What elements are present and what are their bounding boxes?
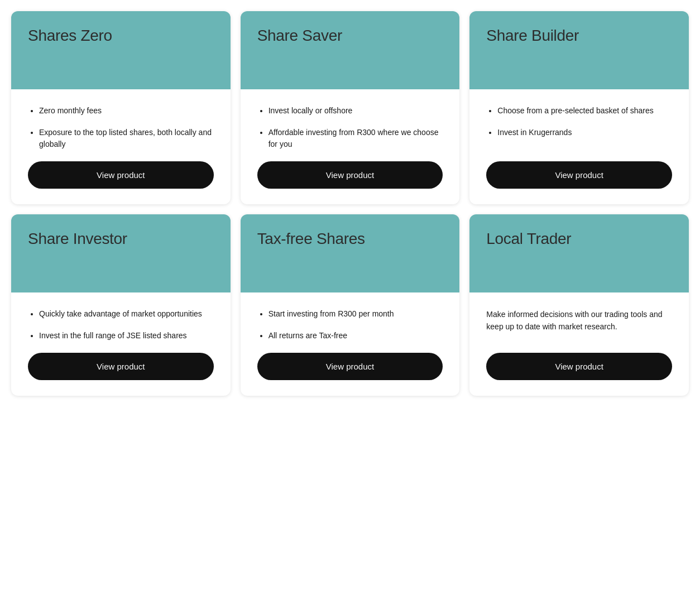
card-body-share-investor: Quickly take advantage of market opportu… — [11, 292, 231, 396]
card-local-trader: Local TraderMake informed decisions with… — [469, 214, 689, 396]
card-title-tax-free-shares: Tax-free Shares — [257, 230, 365, 248]
view-product-button-share-builder[interactable]: View product — [486, 161, 672, 189]
card-title-share-investor: Share Investor — [28, 230, 127, 248]
feature-item-shares-zero-1: Exposure to the top listed shares, both … — [39, 127, 214, 150]
card-shares-zero: Shares ZeroZero monthly feesExposure to … — [11, 11, 231, 204]
card-share-investor: Share InvestorQuickly take advantage of … — [11, 214, 231, 396]
features-list-share-builder: Choose from a pre-selected basket of sha… — [486, 105, 672, 138]
card-description-local-trader: Make informed decisions with our trading… — [486, 308, 672, 333]
card-body-tax-free-shares: Start investing from R300 per monthAll r… — [241, 292, 460, 396]
feature-item-tax-free-shares-1: All returns are Tax-free — [269, 330, 443, 342]
card-share-saver: Share SaverInvest locally or offshoreAff… — [241, 11, 460, 204]
card-body-shares-zero: Zero monthly feesExposure to the top lis… — [11, 89, 231, 204]
card-header-local-trader: Local Trader — [469, 214, 689, 292]
card-header-share-saver: Share Saver — [241, 11, 460, 89]
view-product-button-tax-free-shares[interactable]: View product — [257, 353, 443, 380]
feature-item-share-investor-1: Invest in the full range of JSE listed s… — [39, 330, 214, 342]
card-title-share-saver: Share Saver — [257, 27, 342, 45]
features-list-shares-zero: Zero monthly feesExposure to the top lis… — [28, 105, 214, 150]
feature-item-share-builder-1: Invest in Krugerrands — [497, 127, 672, 138]
card-title-shares-zero: Shares Zero — [28, 27, 112, 45]
card-header-share-investor: Share Investor — [11, 214, 231, 292]
feature-item-tax-free-shares-0: Start investing from R300 per month — [269, 308, 443, 320]
feature-item-shares-zero-0: Zero monthly fees — [39, 105, 214, 117]
view-product-button-share-saver[interactable]: View product — [257, 161, 443, 189]
feature-item-share-builder-0: Choose from a pre-selected basket of sha… — [497, 105, 672, 117]
view-product-button-local-trader[interactable]: View product — [486, 353, 672, 380]
card-header-tax-free-shares: Tax-free Shares — [241, 214, 460, 292]
feature-item-share-saver-0: Invest locally or offshore — [269, 105, 443, 117]
card-body-local-trader: Make informed decisions with our trading… — [469, 292, 689, 396]
spacer-share-builder — [486, 150, 672, 161]
card-share-builder: Share BuilderChoose from a pre-selected … — [469, 11, 689, 204]
card-header-share-builder: Share Builder — [469, 11, 689, 89]
card-header-shares-zero: Shares Zero — [11, 11, 231, 89]
card-body-share-builder: Choose from a pre-selected basket of sha… — [469, 89, 689, 204]
feature-item-share-investor-0: Quickly take advantage of market opportu… — [39, 308, 214, 320]
feature-item-share-saver-1: Affordable investing from R300 where we … — [269, 127, 443, 150]
view-product-button-shares-zero[interactable]: View product — [28, 161, 214, 189]
features-list-share-investor: Quickly take advantage of market opportu… — [28, 308, 214, 342]
product-grid: Shares ZeroZero monthly feesExposure to … — [11, 11, 689, 396]
view-product-button-share-investor[interactable]: View product — [28, 353, 214, 380]
features-list-share-saver: Invest locally or offshoreAffordable inv… — [257, 105, 443, 150]
card-title-share-builder: Share Builder — [486, 27, 579, 45]
card-tax-free-shares: Tax-free SharesStart investing from R300… — [241, 214, 460, 396]
card-body-share-saver: Invest locally or offshoreAffordable inv… — [241, 89, 460, 204]
features-list-tax-free-shares: Start investing from R300 per monthAll r… — [257, 308, 443, 342]
spacer-local-trader — [486, 344, 672, 353]
card-title-local-trader: Local Trader — [486, 230, 571, 248]
